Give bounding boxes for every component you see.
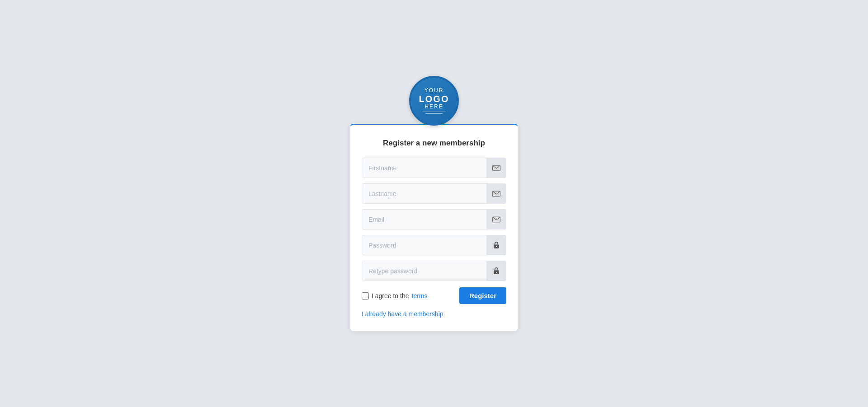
membership-link[interactable]: I already have a membership <box>362 310 506 318</box>
email-input[interactable] <box>362 209 506 229</box>
lastname-input[interactable] <box>362 183 506 204</box>
terms-label[interactable]: I agree to the terms <box>362 292 428 299</box>
password-group <box>362 235 506 255</box>
password-icon <box>486 235 506 255</box>
logo-line3: HERE <box>419 104 449 110</box>
terms-link[interactable]: terms <box>412 292 428 299</box>
logo: YOUR LOGO HERE <box>409 76 459 126</box>
email-icon <box>486 209 506 229</box>
register-button[interactable]: Register <box>459 287 506 304</box>
envelope-icon <box>492 165 500 171</box>
email-group <box>362 209 506 229</box>
page-container: YOUR LOGO HERE Register a new membership <box>350 76 518 331</box>
terms-checkbox[interactable] <box>362 292 369 299</box>
retype-password-input[interactable] <box>362 261 506 281</box>
card-title: Register a new membership <box>362 139 506 148</box>
password-input[interactable] <box>362 235 506 255</box>
svg-point-6 <box>495 272 496 273</box>
logo-line1: YOUR <box>419 88 449 94</box>
svg-point-4 <box>495 246 496 247</box>
terms-register-row: I agree to the terms Register <box>362 287 506 304</box>
logo-line2: LOGO <box>419 94 449 104</box>
registration-card: Register a new membership <box>350 124 518 331</box>
lastname-group <box>362 183 506 204</box>
lock-icon-2 <box>493 267 500 275</box>
lock-icon <box>493 241 500 249</box>
logo-text: YOUR LOGO HERE <box>419 88 449 113</box>
firstname-group <box>362 158 506 178</box>
lastname-icon <box>486 183 506 204</box>
envelope-icon-3 <box>492 216 500 223</box>
agree-text: I agree to the <box>372 292 409 299</box>
retype-password-group <box>362 261 506 281</box>
firstname-icon <box>486 158 506 178</box>
firstname-input[interactable] <box>362 158 506 178</box>
retype-password-icon <box>486 261 506 281</box>
envelope-icon-2 <box>492 191 500 197</box>
